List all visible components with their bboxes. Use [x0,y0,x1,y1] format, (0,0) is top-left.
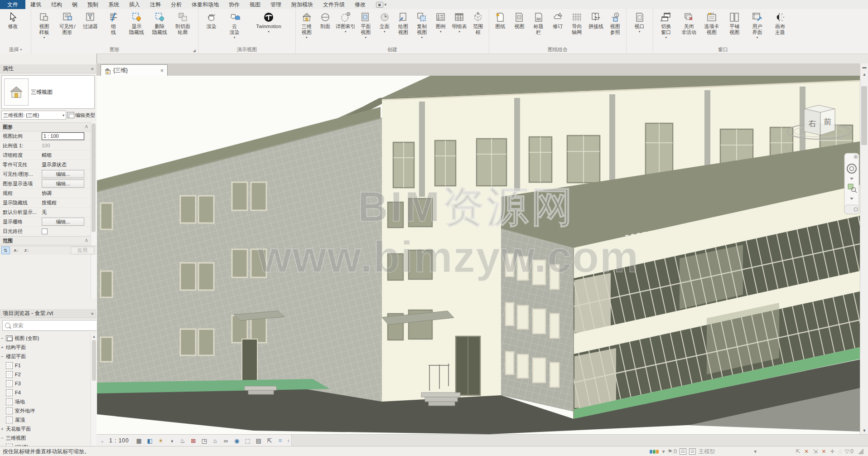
file-menu-button[interactable]: 文件 [0,0,25,9]
tab-file-upgrade[interactable]: 文件升级 [318,0,350,9]
editing-requests-icon[interactable]: ⚑:0 [667,448,677,455]
tab-modify[interactable]: 修改 [350,0,371,9]
property-row[interactable]: 显示栅格 编辑... [0,217,91,227]
horizontal-scrollbar[interactable] [291,435,868,446]
render-button[interactable]: 渲染 [200,10,223,31]
design-option-dropdown-icon[interactable]: ▾ [754,448,757,455]
show-hidden-lines-button[interactable]: 显示 隐藏线 [125,10,148,37]
sun-path[interactable]: ☀ [155,436,166,445]
properties-scrollbar[interactable] [91,121,96,298]
scroll-down-icon[interactable]: ▼ [860,427,868,434]
view-scale-control[interactable]: 1 : 100 [108,437,134,444]
legends-button[interactable]: 图例 ▾ [431,10,450,35]
select-by-face-toggle[interactable]: ✕ [821,448,826,455]
scroll-split-icon[interactable]: ▬ [860,63,868,71]
collaborate-icon[interactable] [650,450,659,454]
filter-button[interactable]: 过滤器 [79,10,102,31]
revisions-button[interactable]: 修订 [548,10,567,31]
vertical-scrollbar[interactable]: ▬ ▲ ▼ [860,63,868,434]
tree-floor-plan-f2[interactable]: F2 [0,370,91,379]
property-row[interactable]: 图形显示选项 编辑... [0,179,91,189]
shadows[interactable]: ◑ [166,436,177,445]
section-graphics[interactable]: 图形ᐱ [0,122,91,131]
property-row[interactable]: 日光路径 [0,227,91,236]
browser-close-icon[interactable]: × [91,311,94,316]
property-row[interactable]: 默认分析显示... 无 [0,208,91,217]
press-drag-toggle[interactable]: ◌ [839,448,842,455]
navigation-bar[interactable] [844,153,859,214]
tab-architecture[interactable]: 建筑 [25,0,46,9]
tab-structure[interactable]: 结构 [46,0,67,9]
drafting-view-button[interactable]: 绘图 视图 [394,10,412,37]
worksets-dropdown-icon[interactable]: ▾ [662,448,665,455]
drag-on-selection-toggle[interactable]: ✛ [830,448,835,455]
highlight-displacement-sets[interactable]: ⇱ [264,436,275,445]
tab-annotate[interactable]: 注释 [145,0,166,9]
thin-lines-button[interactable]: 细 线 [102,10,125,37]
tree-floor-plans[interactable]: − 楼层平面 [0,352,91,361]
callout-button[interactable]: 详图索引 ▾ [335,10,357,35]
sort-ascending-button[interactable]: A↓ [12,247,20,254]
tab-collaborate[interactable]: 协作 [224,0,245,9]
plan-views-button[interactable]: 平面 视图 ▾ [357,10,375,41]
tab-view[interactable]: 视图 [245,0,265,9]
3d-view-button[interactable]: 三维 视图 ▾ [297,10,316,41]
graphics-dialog-launcher[interactable]: ◢ [193,49,196,53]
scroll-thumb[interactable] [861,86,867,145]
twinmotion-button[interactable]: Twinmotion ▾ [246,10,291,35]
render-in-cloud-button[interactable]: 云 渲染 ▾ [223,10,246,41]
model-canvas[interactable]: BIM资源网 www.bimzyw.com 右 前 [96,76,860,434]
edit-button[interactable]: 编辑... [42,179,84,188]
property-row[interactable]: 详细程度 精细 [0,150,91,160]
tree-structural-plans[interactable]: + 结构平面 [0,343,91,352]
active-design-option[interactable]: 主模型 [699,448,715,456]
tab-insert[interactable]: 插入 [124,0,145,9]
property-row[interactable]: 视图比例 1 : 100 [0,131,91,141]
tab-manage[interactable]: 管理 [265,0,286,9]
tree-floor-plan-f4[interactable]: F4 [0,388,91,397]
tab-analyze[interactable]: 分析 [166,0,187,9]
property-row[interactable]: 比例值 1: 100 [0,141,91,150]
duplicate-view-button[interactable]: 复制 视图 ▾ [413,10,431,41]
viewports-button[interactable]: 视口 ▾ [628,10,651,35]
minimize-ribbon-toggle[interactable]: ▣▾ [373,0,389,9]
place-view-button[interactable]: 视图 [510,10,529,31]
tab-systems[interactable]: 系统 [103,0,124,9]
user-interface-button[interactable]: 用户 界面 ▾ [746,10,768,41]
cut-profile-button[interactable]: 剖切面 轮廓 [171,10,194,37]
remove-hidden-lines-button[interactable]: 删除 隐藏线 [148,10,171,37]
property-row[interactable]: 零件可见性 显示原状态 [0,160,91,170]
tab-addins[interactable]: 附加模块 [286,0,318,9]
tree-floor-plan-f1[interactable]: F1 [0,361,91,370]
crop-view[interactable]: ⊠ [188,436,199,445]
visual-style[interactable]: ◧ [145,436,155,445]
browser-search-input[interactable]: 搜索 [2,320,97,331]
resize-grip[interactable] [858,449,863,454]
checkbox[interactable] [42,228,48,234]
tile-views-button[interactable]: 平铺 视图 [723,10,746,37]
edit-button[interactable]: 编辑... [42,218,84,226]
tree-floor-plan-site[interactable]: 场地 [0,397,91,406]
design-options-icon[interactable] [689,448,696,455]
reveal-hidden-elements[interactable]: ∞ [221,436,231,445]
unlocked-3d-view[interactable]: ⌂ [210,436,221,445]
properties-close-icon[interactable]: × [91,66,94,72]
tree-3d-views[interactable]: − 三维视图 [0,433,91,442]
tree-views-all[interactable]: − 视图 (全部) [0,334,91,343]
analytical-model[interactable]: ▤ [253,436,264,445]
tree-ceiling-plans[interactable]: + 天花板平面 [0,424,91,433]
property-row[interactable]: 规程 协调 [0,189,91,198]
property-row[interactable]: 显示隐藏线 按规程 [0,198,91,208]
scroll-up-icon[interactable]: ▲ [860,71,868,78]
tree-floor-plan-f3[interactable]: F3 [0,379,91,388]
sort-default-button[interactable]: ⇅ [1,247,10,254]
select-links-toggle[interactable]: ⇱ [796,448,800,455]
property-row[interactable]: 可见性/图形... 编辑... [0,170,91,179]
view-reference-button[interactable]: 1 视图 参照 [606,10,625,37]
edit-type-button[interactable]: 编辑类型 [67,112,95,119]
sort-descending-button[interactable]: Z↓ [22,247,31,254]
title-block-button[interactable]: 标题 栏 [529,10,548,37]
browser-scrollbar[interactable]: ▲ ▼ [91,334,97,456]
matchline-button[interactable]: 拼接线 [586,10,605,31]
type-preview-box[interactable]: 三维视图 [1,75,95,109]
